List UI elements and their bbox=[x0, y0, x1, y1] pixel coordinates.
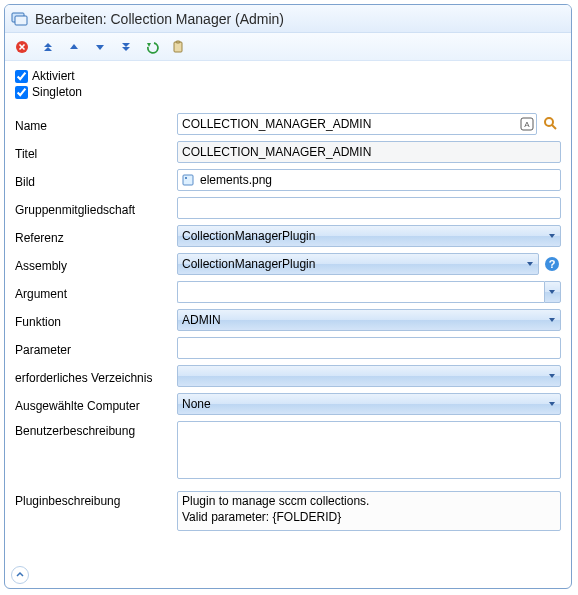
name-label: Name bbox=[15, 116, 177, 133]
translate-icon[interactable]: A bbox=[520, 117, 534, 131]
singleton-checkbox-row[interactable]: Singleton bbox=[15, 85, 561, 99]
svg-text:A: A bbox=[524, 120, 530, 129]
argument-input[interactable] bbox=[177, 281, 544, 303]
group-label: Gruppenmitgliedschaft bbox=[15, 200, 177, 217]
userdesc-textarea[interactable] bbox=[177, 421, 561, 479]
assembly-combo[interactable]: CollectionManagerPlugin bbox=[177, 253, 539, 275]
svg-text:?: ? bbox=[549, 258, 556, 270]
chevron-down-icon bbox=[548, 316, 556, 324]
function-value: ADMIN bbox=[182, 313, 221, 327]
activated-checkbox-row[interactable]: Aktiviert bbox=[15, 69, 561, 83]
reqdir-combo[interactable] bbox=[177, 365, 561, 387]
argument-dropdown-button[interactable] bbox=[544, 281, 561, 303]
reqdir-label: erforderliches Verzeichnis bbox=[15, 368, 177, 385]
window-icon bbox=[11, 10, 29, 28]
reference-value: CollectionManagerPlugin bbox=[182, 229, 315, 243]
assembly-label: Assembly bbox=[15, 256, 177, 273]
chevron-down-icon bbox=[526, 260, 534, 268]
panel-header: Bearbeiten: Collection Manager (Admin) bbox=[5, 5, 571, 33]
parameter-label: Parameter bbox=[15, 340, 177, 357]
chevron-down-icon bbox=[548, 232, 556, 240]
undo-button[interactable] bbox=[141, 36, 163, 58]
singleton-label: Singleton bbox=[32, 85, 82, 99]
reference-label: Referenz bbox=[15, 228, 177, 245]
argument-label: Argument bbox=[15, 284, 177, 301]
plugdesc-textarea bbox=[177, 491, 561, 531]
userdesc-label: Benutzerbeschreibung bbox=[15, 421, 177, 438]
selcomp-label: Ausgewählte Computer bbox=[15, 396, 177, 413]
chevron-down-icon bbox=[548, 400, 556, 408]
move-bottom-button[interactable] bbox=[115, 36, 137, 58]
activated-checkbox[interactable] bbox=[15, 70, 28, 83]
title-input bbox=[177, 141, 561, 163]
selcomp-combo[interactable]: None bbox=[177, 393, 561, 415]
parameter-input[interactable] bbox=[177, 337, 561, 359]
toolbar bbox=[5, 33, 571, 61]
collapse-button[interactable] bbox=[11, 566, 29, 584]
chevron-down-icon bbox=[548, 372, 556, 380]
singleton-checkbox[interactable] bbox=[15, 86, 28, 99]
svg-rect-10 bbox=[185, 177, 187, 179]
image-label: Bild bbox=[15, 172, 177, 189]
group-input[interactable] bbox=[177, 197, 561, 219]
svg-rect-1 bbox=[15, 16, 27, 25]
svg-line-8 bbox=[552, 125, 556, 129]
delete-button[interactable] bbox=[11, 36, 33, 58]
plugdesc-label: Pluginbeschreibung bbox=[15, 491, 177, 508]
move-up-button[interactable] bbox=[63, 36, 85, 58]
activated-label: Aktiviert bbox=[32, 69, 75, 83]
help-icon[interactable]: ? bbox=[543, 256, 561, 272]
svg-rect-9 bbox=[183, 175, 193, 185]
svg-rect-4 bbox=[176, 41, 180, 43]
move-top-button[interactable] bbox=[37, 36, 59, 58]
reference-combo[interactable]: CollectionManagerPlugin bbox=[177, 225, 561, 247]
selcomp-value: None bbox=[182, 397, 211, 411]
function-label: Funktion bbox=[15, 312, 177, 329]
panel-title: Bearbeiten: Collection Manager (Admin) bbox=[35, 11, 284, 27]
lookup-button[interactable] bbox=[541, 114, 561, 134]
name-input[interactable] bbox=[177, 113, 537, 135]
move-down-button[interactable] bbox=[89, 36, 111, 58]
svg-point-7 bbox=[545, 118, 553, 126]
assembly-value: CollectionManagerPlugin bbox=[182, 257, 315, 271]
title-label: Titel bbox=[15, 144, 177, 161]
file-icon bbox=[181, 173, 195, 187]
paste-button[interactable] bbox=[167, 36, 189, 58]
image-input[interactable] bbox=[177, 169, 561, 191]
function-combo[interactable]: ADMIN bbox=[177, 309, 561, 331]
